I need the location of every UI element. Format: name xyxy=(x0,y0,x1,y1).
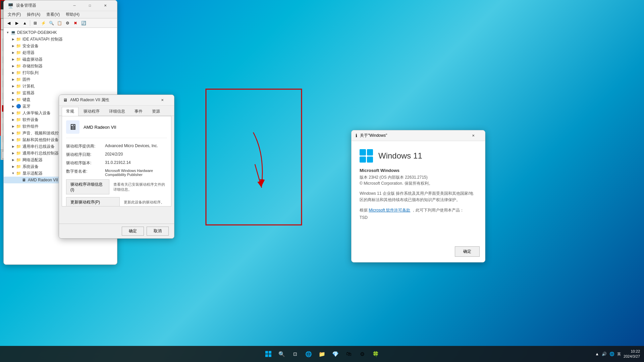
menu-help[interactable]: 帮助(H) xyxy=(63,11,82,18)
devmgr-tb4[interactable]: 📋 xyxy=(56,19,63,27)
devmgr-tb7[interactable]: 🔄 xyxy=(80,19,87,27)
update-driver-button[interactable]: 更新驱动程序(P) xyxy=(66,197,120,206)
field-version: 驱动程序版本: 31.0.21912.14 xyxy=(66,160,167,166)
svg-rect-3 xyxy=(269,351,271,354)
tab-events[interactable]: 事件 xyxy=(130,107,147,116)
store-button[interactable]: 🛍 xyxy=(343,348,355,360)
blank-icon xyxy=(16,177,21,183)
about-close-btn[interactable]: ✕ xyxy=(466,130,481,141)
action-desc: 查看有关已安装驱动程序文件的详细信息。 xyxy=(113,182,167,192)
devmgr-tb2[interactable]: ⚡ xyxy=(40,19,47,27)
svg-rect-4 xyxy=(265,354,268,357)
expand-icon: ▼ xyxy=(10,171,16,176)
close-button[interactable]: ✕ xyxy=(155,95,170,106)
start-button[interactable] xyxy=(262,348,274,360)
folder-icon: 📁 xyxy=(16,144,21,149)
network-icon[interactable]: 🌐 xyxy=(609,352,614,356)
amd-props-titlebar: 🖥 AMD Radeon VII 属性 ✕ xyxy=(59,95,174,106)
tree-item-ide[interactable]: ▶ 📁 IDE ATA/ATAPI 控制器 xyxy=(4,36,117,43)
tree-item-security[interactable]: ▶ 📁 安全设备 xyxy=(4,43,117,49)
dialog-buttons: 确定 取消 xyxy=(59,224,174,238)
settings-button[interactable]: ⚙ xyxy=(356,348,368,360)
item-label: 网络适配器 xyxy=(22,157,43,163)
tab-driver[interactable]: 驱动程序 xyxy=(79,107,104,116)
ok-button[interactable]: 确定 xyxy=(122,227,144,236)
search-taskbar-button[interactable]: 🔍 xyxy=(276,348,288,360)
taskview-button[interactable]: ⊡ xyxy=(289,348,301,360)
time-display: 10:22 xyxy=(624,349,640,354)
about-ms-section: Microsoft Windows 版本 23H2 (OS 内部版本 22631… xyxy=(360,168,477,186)
folder-icon: 📁 xyxy=(16,157,21,163)
expand-icon: ▶ xyxy=(10,43,16,49)
tab-details[interactable]: 详细信息 xyxy=(105,107,129,116)
expand-icon: ▶ xyxy=(10,117,16,122)
action-desc: 更新此设备的驱动程序。 xyxy=(124,200,164,205)
item-label: 计算机 xyxy=(22,83,35,89)
expand-icon: ▶ xyxy=(10,137,16,142)
close-button[interactable]: ✕ xyxy=(98,0,113,11)
field-provider: 驱动程序提供商: Advanced Micro Devices, Inc. xyxy=(66,143,167,149)
devmgr-tb6[interactable]: ✖ xyxy=(72,19,79,27)
item-label: 安全设备 xyxy=(22,43,39,49)
about-ok-button[interactable]: 确定 xyxy=(455,246,480,257)
leaf-icon: 🍀 xyxy=(372,351,379,357)
cancel-button[interactable]: 取消 xyxy=(147,227,169,236)
devmgr-tb5[interactable]: ⚙ xyxy=(64,19,71,27)
expand-icon: ▶ xyxy=(10,83,16,89)
copyright-text: © Microsoft Corporation. 保留所有权利。 xyxy=(360,180,477,186)
tab-general[interactable]: 常规 xyxy=(62,107,78,116)
bt-icon: 🔵 xyxy=(16,104,21,109)
maximize-button[interactable]: □ xyxy=(82,0,98,11)
folder-button[interactable]: 📁 xyxy=(316,348,328,360)
license-link[interactable]: Microsoft 软件许可条款 xyxy=(369,208,410,213)
version-label: 版本 23H2 (OS 内部版本 22631.2715) xyxy=(360,174,477,180)
tree-item-storage[interactable]: ▶ 📁 存储控制器 xyxy=(4,63,117,69)
devmgr-tb3[interactable]: 🔍 xyxy=(48,19,55,27)
about-content: Windows 11 Microsoft Windows 版本 23H2 (OS… xyxy=(352,141,485,233)
field-value: 2024/2/20 xyxy=(105,152,167,157)
computer-name: DESKTOP-DGE8KHK xyxy=(17,30,57,35)
edge-button[interactable]: 🌐 xyxy=(303,348,315,360)
window-controls: ✕ xyxy=(155,95,170,106)
up-btn[interactable]: ▲ xyxy=(21,19,29,27)
gem-button[interactable]: 💎 xyxy=(329,348,341,360)
logo-sq2 xyxy=(367,149,373,156)
logo-sq3 xyxy=(360,157,366,163)
tree-item-computer[interactable]: ▶ 📁 计算机 xyxy=(4,83,117,89)
folder-icon: 📁 xyxy=(16,164,21,169)
about-windows-dialog: ℹ 关于"Windows" ✕ Windows 11 Microsoft Win… xyxy=(351,130,485,262)
tree-item-print[interactable]: ▶ 📁 打印队列 xyxy=(4,69,117,76)
menu-view[interactable]: 查看(V) xyxy=(44,11,62,18)
leaf-button[interactable]: 🍀 xyxy=(370,348,382,360)
svg-rect-0 xyxy=(206,89,302,225)
driver-details-button[interactable]: 驱动程序详细信息(I) xyxy=(66,179,109,194)
tree-item-cpu[interactable]: ▶ 📁 处理器 xyxy=(4,49,117,56)
speaker-icon[interactable]: 🔊 xyxy=(602,352,607,356)
device-icon: 🖥 xyxy=(66,120,79,134)
folder-icon: 📁 xyxy=(16,63,21,69)
folder-icon: 📁 xyxy=(16,90,21,96)
about-title: 关于"Windows" xyxy=(360,133,466,138)
item-label: 存储控制器 xyxy=(22,63,43,69)
tree-item-disk[interactable]: ▶ 📁 磁盘驱动器 xyxy=(4,56,117,63)
win11-title: Windows 11 xyxy=(378,151,422,161)
menu-action[interactable]: 操作(A) xyxy=(24,11,43,18)
tree-item-firmware[interactable]: ▶ 📁 固件 xyxy=(4,76,117,83)
chevron-up-icon[interactable]: ▲ xyxy=(595,352,599,356)
tree-root[interactable]: ▼ 💻 DESKTOP-DGE8KHK xyxy=(4,29,117,36)
item-label: 通用串行总线控制器 xyxy=(22,150,59,156)
forward-btn[interactable]: ▶ xyxy=(13,19,20,27)
expand-icon: ▶ xyxy=(10,37,16,42)
menu-file[interactable]: 文件(F) xyxy=(5,11,23,18)
back-btn[interactable]: ◀ xyxy=(5,19,12,27)
settings-taskbar-icon: ⚙ xyxy=(360,351,365,357)
about-desc-section: Windows 11 企业版 操作系统及其用户界面受美国和其他国家/地区的商标法… xyxy=(360,190,477,203)
clock[interactable]: 10:22 2024/3/27 xyxy=(624,349,640,359)
minimize-button[interactable]: ─ xyxy=(67,0,82,11)
field-date: 驱动程序日期: 2024/2/20 xyxy=(66,152,167,158)
windows-logo xyxy=(360,149,373,163)
field-value: 31.0.21912.14 xyxy=(105,160,167,165)
about-license-section: 根据 Microsoft 软件许可条款 ，此可下列用户使用本产品： TSD xyxy=(360,207,477,221)
devmgr-tb1[interactable]: ⊞ xyxy=(32,19,39,27)
tab-resources[interactable]: 资源 xyxy=(148,107,164,116)
